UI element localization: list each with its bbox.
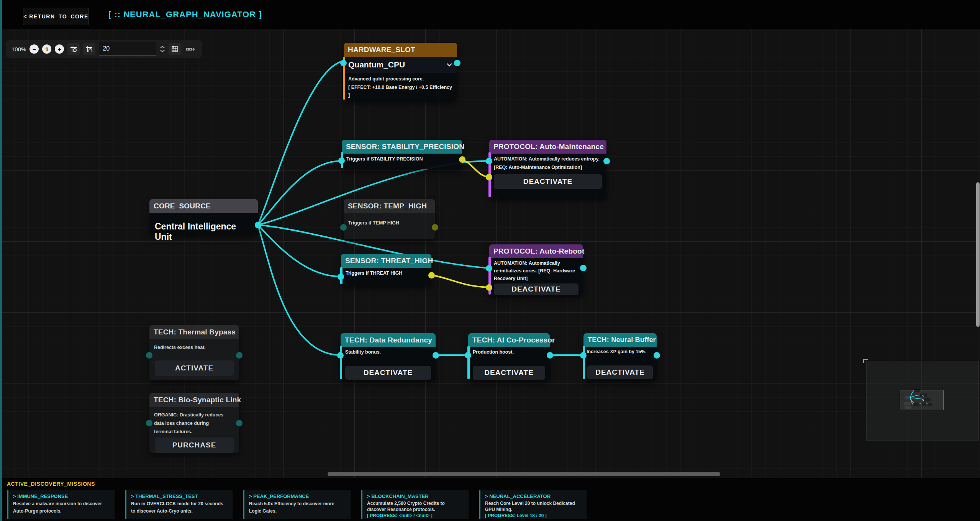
node-sensor-stability-precision[interactable]: SENSOR: STABILITY_PRECISION Triggers if … bbox=[342, 140, 462, 169]
page-title: [ :: NEURAL_GRAPH_NAVIGATOR ] bbox=[108, 0, 262, 29]
mission-description: Accumulate 2,500 Crypto Credits to disco… bbox=[367, 500, 464, 513]
source-handle[interactable] bbox=[255, 222, 261, 228]
mission-description: Reach 5.0x Efficiency to discover more L… bbox=[249, 500, 346, 515]
node-header: HARDWARE_SLOT bbox=[344, 43, 457, 57]
source-handle[interactable] bbox=[454, 60, 461, 66]
hardware-select-value: Quantum_CPU bbox=[348, 60, 405, 69]
deactivate-button[interactable]: DEACTIVATE bbox=[473, 366, 545, 380]
target-handle[interactable] bbox=[146, 420, 152, 426]
mission-card-thermal-stress-test: > THERMAL_STRESS_TEST Run in OVERCLOCK m… bbox=[125, 490, 233, 519]
source-handle[interactable] bbox=[459, 156, 465, 163]
node-hardware-slot[interactable]: HARDWARE_SLOT Quantum_CPU Advanced qubit… bbox=[344, 43, 457, 100]
source-handle[interactable] bbox=[428, 272, 435, 279]
grid-size-stepper[interactable] bbox=[160, 46, 165, 52]
source-handle[interactable] bbox=[432, 224, 438, 231]
vertical-scrollbar[interactable] bbox=[976, 182, 980, 327]
source-handle[interactable] bbox=[236, 352, 243, 359]
node-description: Triggers if TEMP HIGH bbox=[344, 219, 435, 227]
target-handle[interactable] bbox=[486, 158, 492, 164]
snap-grid-toggle-button[interactable] bbox=[67, 43, 80, 55]
node-description-line1: AUTOMATION: Automatically bbox=[489, 259, 583, 267]
node-header: CORE_SOURCE bbox=[149, 199, 258, 213]
node-description-line2: data loss chance during bbox=[149, 419, 239, 428]
deactivate-button[interactable]: DEACTIVATE bbox=[345, 366, 431, 380]
target-handle[interactable] bbox=[486, 265, 492, 272]
deactivate-button[interactable]: DEACTIVATE bbox=[494, 283, 578, 295]
grid-size-input[interactable] bbox=[99, 42, 156, 56]
mission-card-neural-accelerator: > NEURAL_ACCELERATOR Reach Core Level 20… bbox=[479, 490, 587, 519]
route-flow-icon bbox=[186, 45, 195, 53]
node-description-line1: ORGANIC: Drastically reduces bbox=[149, 411, 239, 419]
node-header: TECH: Neural Buffer bbox=[583, 333, 657, 347]
source-handle[interactable] bbox=[603, 158, 610, 164]
node-description: Triggers if STABILITY PRECISION bbox=[342, 155, 462, 163]
node-tech-neural-buffer[interactable]: TECH: Neural Buffer Increases XP gain by… bbox=[583, 333, 657, 380]
minimap-corner-mark bbox=[863, 359, 868, 363]
node-tech-thermal-bypass[interactable]: TECH: Thermal Bypass Redirects excess he… bbox=[149, 325, 239, 380]
node-protocol-auto-reboot[interactable]: PROTOCOL: Auto-Reboot AUTOMATION: Automa… bbox=[489, 244, 583, 295]
snap-magnet-toggle-button[interactable] bbox=[83, 43, 95, 55]
node-sensor-threat-high[interactable]: SENSOR: THREAT_HIGH Triggers if THREAT H… bbox=[341, 254, 431, 285]
hardware-select[interactable]: Quantum_CPU bbox=[344, 57, 457, 73]
target-handle[interactable] bbox=[580, 352, 587, 359]
mission-progress: [ PROGRESS: Level 18 / 20 ] bbox=[485, 513, 582, 519]
deactivate-button[interactable]: DEACTIVATE bbox=[494, 174, 602, 189]
target-handle[interactable] bbox=[338, 274, 344, 280]
node-description: Redirects excess heat. bbox=[149, 344, 239, 351]
node-description-line3: terminal failures. bbox=[149, 428, 239, 436]
source-handle[interactable] bbox=[236, 420, 243, 426]
deactivate-button[interactable]: DEACTIVATE bbox=[587, 365, 653, 379]
trigger-handle[interactable] bbox=[486, 174, 492, 180]
core-label: Central Intelligence Unit bbox=[149, 213, 258, 251]
node-effect: [ EFFECT: +10.0 Base Energy / +0.5 Effic… bbox=[344, 84, 457, 99]
zoom-out-button[interactable]: − bbox=[29, 44, 39, 54]
node-tech-ai-coprocessor[interactable]: TECH: AI Co-Processor Production boost. … bbox=[468, 333, 550, 380]
minimap-viewport[interactable] bbox=[900, 390, 944, 410]
node-sensor-temp-high[interactable]: SENSOR: TEMP_HIGH Triggers if TEMP HIGH bbox=[344, 199, 435, 239]
target-handle[interactable] bbox=[338, 157, 345, 164]
missions-bar: ACTIVE_DISCOVERY_MISSIONS > IMMUNE_RESPO… bbox=[0, 478, 980, 521]
return-to-core-button[interactable]: < RETURN_TO_CORE bbox=[23, 8, 89, 25]
grid-sphere-icon bbox=[170, 45, 179, 53]
node-description: Production boost. bbox=[468, 348, 550, 356]
zoom-reset-button[interactable]: 1 bbox=[42, 44, 51, 54]
node-tech-data-redundancy[interactable]: TECH: Data Redundancy Stability bonus. D… bbox=[341, 333, 436, 380]
node-description-line2: re-initializes cores. [REQ: Hardware bbox=[489, 267, 583, 275]
zoom-in-button[interactable]: + bbox=[55, 44, 64, 54]
chevron-down-icon bbox=[160, 49, 165, 52]
top-bar: < RETURN_TO_CORE [ :: NEURAL_GRAPH_NAVIG… bbox=[0, 0, 980, 29]
mission-card-peak-performance: > PEAK_PERFORMANCE Reach 5.0x Efficiency… bbox=[243, 490, 351, 519]
accent-bar bbox=[467, 346, 470, 379]
accent-bar bbox=[583, 346, 585, 379]
mission-description: Run in OVERCLOCK mode for 20 seconds to … bbox=[131, 500, 228, 515]
trigger-handle[interactable] bbox=[486, 284, 492, 291]
node-description: AUTOMATION: Automatically reduces entrop… bbox=[489, 155, 606, 163]
source-handle[interactable] bbox=[654, 352, 660, 359]
source-handle[interactable] bbox=[580, 265, 587, 271]
target-handle[interactable] bbox=[146, 352, 152, 359]
graph-canvas[interactable]: 100% − 1 + bbox=[0, 29, 980, 478]
purchase-button[interactable]: PURCHASE bbox=[155, 437, 234, 453]
mission-description: Resolve a malware incursion to discover … bbox=[13, 500, 110, 515]
target-handle[interactable] bbox=[340, 224, 347, 231]
source-handle[interactable] bbox=[547, 352, 553, 359]
snap-grid-icon bbox=[70, 45, 77, 53]
activate-button[interactable]: ACTIVATE bbox=[155, 360, 234, 376]
node-core-source[interactable]: CORE_SOURCE Central Intelligence Unit bbox=[149, 199, 258, 234]
node-tech-bio-synaptic-link[interactable]: TECH: Bio-Synaptic Link ORGANIC: Drastic… bbox=[149, 393, 239, 453]
minimap-toggle-button[interactable] bbox=[169, 43, 181, 55]
canvas-toolbar: 100% − 1 + bbox=[6, 40, 202, 58]
target-handle[interactable] bbox=[340, 60, 347, 66]
node-protocol-auto-maintenance[interactable]: PROTOCOL: Auto-Maintenance AUTOMATION: A… bbox=[489, 140, 606, 198]
minimap[interactable] bbox=[866, 361, 979, 441]
mission-row: > IMMUNE_RESPONSE Resolve a malware incu… bbox=[7, 490, 587, 519]
edge-route-button[interactable] bbox=[184, 43, 197, 55]
mission-name: > THERMAL_STRESS_TEST bbox=[131, 493, 228, 499]
source-handle[interactable] bbox=[433, 352, 439, 359]
target-handle[interactable] bbox=[465, 352, 471, 359]
mission-name: > NEURAL_ACCELERATOR bbox=[485, 493, 582, 499]
node-header: TECH: Thermal Bypass bbox=[149, 325, 239, 339]
node-header: PROTOCOL: Auto-Maintenance bbox=[489, 140, 606, 154]
horizontal-scrollbar[interactable] bbox=[328, 472, 720, 476]
target-handle[interactable] bbox=[337, 352, 344, 359]
